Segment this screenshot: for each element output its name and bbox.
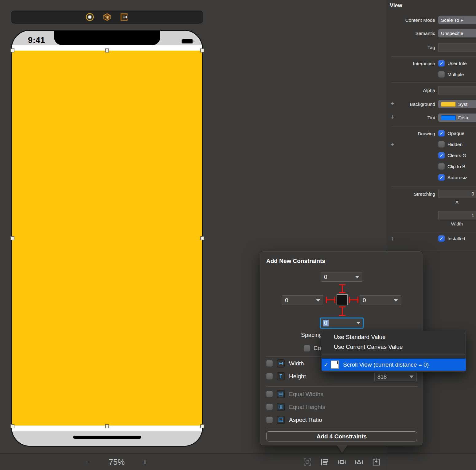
add-new-constraints-icon[interactable] (337, 457, 347, 467)
bottom-anchor-beam[interactable] (342, 306, 343, 316)
auto-layout-toolbar (302, 454, 381, 470)
trailing-anchor-beam[interactable] (349, 299, 358, 300)
alpha-field[interactable] (438, 86, 476, 94)
inspector-title: View (390, 2, 402, 9)
height-constraint-row[interactable]: Height (266, 372, 306, 380)
checkbox[interactable] (438, 141, 445, 148)
update-frames-icon[interactable] (302, 457, 312, 467)
stretching-x-field[interactable]: 0 (438, 190, 476, 198)
zoom-controls: − 75% + (83, 454, 150, 470)
menu-item-standard-value[interactable]: Use Standard Value (334, 334, 386, 341)
zoom-level[interactable]: 75% (109, 457, 125, 467)
battery-icon (181, 39, 193, 44)
user-interaction-checkbox-row[interactable]: User Inte (438, 60, 467, 67)
add-drawing-variation-button[interactable]: + (390, 141, 394, 148)
checkbox[interactable] (304, 345, 310, 352)
selected-view[interactable] (12, 51, 202, 426)
checkbox[interactable] (266, 391, 273, 397)
align-icon[interactable] (320, 457, 330, 467)
background-popup[interactable]: Syst (438, 100, 476, 108)
add-installed-variation-button[interactable]: + (390, 236, 394, 242)
checkbox[interactable] (438, 163, 445, 170)
zoom-in-button[interactable]: + (139, 457, 150, 467)
hidden-checkbox-row[interactable]: Hidden (438, 141, 462, 148)
trailing-constraint-combo[interactable]: 0 (360, 295, 401, 305)
top-constraint-combo[interactable]: 0 (321, 272, 362, 282)
chevron-down-icon (409, 376, 414, 378)
interaction-label: Interaction (387, 61, 435, 67)
autoresize-checkbox-row[interactable]: Autoresiz (438, 174, 467, 181)
constrain-margins-row[interactable]: Co (304, 345, 321, 352)
alpha-label: Alpha (387, 88, 435, 93)
chevron-down-icon (356, 322, 361, 324)
constraint-anchor-view (337, 294, 348, 305)
selection-handle[interactable] (200, 424, 204, 428)
selection-handle[interactable] (10, 236, 14, 240)
tag-field[interactable] (438, 43, 476, 52)
popover-title: Add New Constraints (266, 258, 325, 264)
width-constraint-row[interactable]: Width (266, 359, 304, 368)
equal-heights-icon (277, 403, 285, 411)
checkbox[interactable] (266, 373, 273, 379)
height-value-combo[interactable]: 818 (374, 372, 417, 381)
stretching-width-caption: Width (438, 221, 476, 226)
checkbox[interactable] (438, 174, 445, 181)
stretching-label: Stretching (387, 191, 435, 197)
selection-handle[interactable] (10, 424, 14, 428)
menu-separator (322, 354, 466, 354)
bottom-constraint-combo[interactable]: 0 (320, 318, 364, 329)
aspect-ratio-icon (277, 416, 285, 424)
checkbox[interactable] (438, 130, 445, 137)
checkbox[interactable] (438, 60, 445, 67)
clears-graphics-checkbox-row[interactable]: Clears G (438, 152, 466, 159)
menu-item-scroll-view[interactable]: ✓ Scroll View (current distance = 0) (322, 359, 466, 371)
height-constraint-icon (277, 372, 285, 380)
aspect-ratio-row[interactable]: Aspect Ratio (266, 416, 322, 424)
width-constraint-icon (277, 359, 285, 368)
selection-handle[interactable] (105, 424, 109, 428)
embed-in-icon[interactable] (371, 457, 381, 467)
selection-handle[interactable] (200, 236, 204, 240)
semantic-popup[interactable]: Unspecifie (438, 29, 476, 37)
popover-tail (337, 445, 347, 453)
top-anchor-beam[interactable] (342, 284, 343, 293)
content-mode-popup[interactable]: Scale To F (438, 16, 476, 24)
equal-widths-row[interactable]: Equal Widths (266, 390, 323, 398)
scene-dock: 1 (11, 10, 203, 24)
checkbox[interactable] (438, 235, 445, 242)
scroll-view-icon (331, 360, 339, 369)
checkbox[interactable] (266, 360, 273, 367)
first-responder-icon[interactable]: 1 (103, 13, 111, 21)
checkbox[interactable] (266, 417, 273, 423)
zoom-out-button[interactable]: − (83, 457, 94, 467)
tint-popup[interactable]: Defa (438, 114, 476, 122)
equal-heights-row[interactable]: Equal Heights (266, 403, 325, 411)
installed-checkbox-row[interactable]: Installed (438, 235, 465, 242)
checkbox[interactable] (266, 404, 273, 410)
add-constraints-button[interactable]: Add 4 Constraints (266, 431, 417, 441)
content-mode-label: Content Mode (387, 17, 435, 23)
canvas-bottom-bar: − 75% + (0, 453, 476, 470)
spacing-label: Spacing (279, 332, 322, 338)
home-indicator (73, 436, 141, 439)
chevron-down-icon (355, 276, 359, 278)
menu-item-canvas-value[interactable]: Use Current Canvas Value (334, 344, 403, 350)
view-controller-icon[interactable] (86, 13, 94, 21)
selection-handle[interactable] (105, 48, 109, 52)
equal-widths-icon (277, 390, 285, 398)
leading-anchor-beam[interactable] (326, 299, 335, 300)
exit-icon[interactable] (120, 13, 128, 21)
leading-constraint-combo[interactable]: 0 (282, 295, 323, 305)
multiple-touch-checkbox-row[interactable]: Multiple (438, 71, 464, 78)
clip-to-bounds-checkbox-row[interactable]: Clip to B (438, 163, 466, 170)
resolve-layout-issues-icon[interactable] (354, 457, 364, 467)
stretching-width-field[interactable]: 1 (438, 211, 476, 219)
tag-label: Tag (387, 45, 435, 50)
checkbox[interactable] (438, 152, 445, 159)
chevron-down-icon (394, 299, 398, 302)
opaque-checkbox-row[interactable]: Opaque (438, 130, 464, 137)
selection-handle[interactable] (10, 48, 14, 52)
home-area (12, 431, 202, 446)
selection-handle[interactable] (200, 48, 204, 52)
checkbox[interactable] (438, 71, 445, 78)
